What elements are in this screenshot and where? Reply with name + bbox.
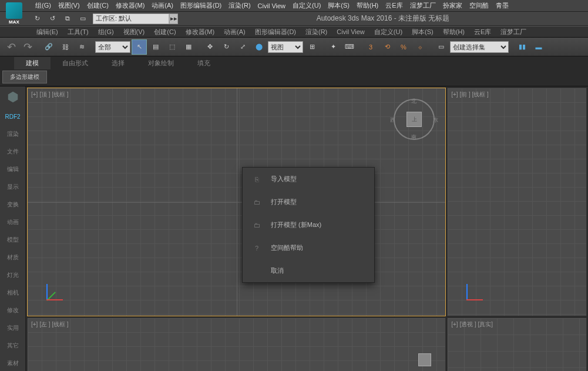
viewport-perspective[interactable]: [+] [透视 ] [真实] [447,317,587,371]
select-object-button[interactable]: ↖ [132,39,147,55]
ctx-open-model-newmax[interactable]: 🗀 打开模型 (新Max) [243,213,374,236]
side-display[interactable]: 显示 [0,178,25,196]
side-transform[interactable]: 变换 [0,196,25,213]
menu2-graph-editor[interactable]: 图形编辑器(D) [250,26,301,38]
workspace-selector[interactable]: 工作区: 默认 [93,14,169,24]
bind-button[interactable]: ≋ [74,39,89,55]
menu2-civil-view[interactable]: Civil View [332,27,369,36]
menu-render[interactable]: 渲染(R) [225,0,254,11]
menu-kongjianku[interactable]: 空间酷 [466,0,492,11]
menu-create[interactable]: 创建(C) [83,0,112,11]
select-by-name-button[interactable]: ▤ [148,39,163,55]
menu-graph-editor[interactable]: 图形编辑器(D) [177,0,225,11]
menu2-render[interactable]: 渲染(R) [301,26,332,38]
ctx-cancel[interactable]: 取消 [243,259,374,282]
manipulate-button[interactable]: ✦ [325,39,341,55]
ribbon-tab-freeform[interactable]: 自由形式 [51,57,100,69]
menu2-customize[interactable]: 自定义(U) [369,26,407,38]
side-model[interactable]: 模型 [0,231,25,249]
menu2-cloud-e[interactable]: 云E库 [469,26,496,38]
menu-civil-view[interactable]: Civil View [254,1,289,11]
menu-help[interactable]: 帮助(H) [353,0,382,11]
coord-system-select[interactable]: 视图 [268,41,303,53]
menu-cloud-e[interactable]: 云E库 [382,0,406,11]
viewport-label-left[interactable]: [+] [左 ] [线框 ] [31,320,69,329]
link-icon[interactable]: ⧉ [60,11,75,26]
undo-button[interactable]: ↶ [4,39,19,55]
ctx-help[interactable]: ? 空间酷帮助 [243,236,374,259]
side-camera[interactable]: 相机 [0,284,25,302]
viewport-label-persp[interactable]: [+] [透视 ] [真实] [451,320,493,329]
side-geometry-icon[interactable] [0,86,25,108]
menu2-view[interactable]: 视图(V) [119,26,150,38]
unlink-button[interactable]: ⛓ [58,39,73,55]
ctx-import-model[interactable]: ⎘ 导入模型 [243,168,374,190]
ribbon-tab-objectpaint[interactable]: 对象绘制 [136,57,186,69]
side-utility[interactable]: 实用 [0,319,25,337]
ribbon-tab-selection[interactable]: 选择 [100,57,136,69]
menu-script[interactable]: 脚本(S) [324,0,353,11]
project-icon[interactable]: ▭ [75,11,90,26]
select-region-button[interactable]: ⬚ [164,39,180,55]
menu2-modifier[interactable]: 修改器(M) [181,26,220,38]
menu2-help[interactable]: 帮助(H) [438,26,469,38]
viewcube-face-icon[interactable] [418,353,431,366]
redo-button[interactable]: ↷ [20,39,35,55]
side-edit[interactable]: 编辑 [0,161,25,178]
align-button[interactable]: ▬ [531,39,546,55]
viewport-top[interactable]: [+] [顶 ] [线框 ] 上 北 南 西 东 [27,88,446,316]
viewcube[interactable]: 上 北 南 西 东 [394,99,435,140]
menu-customize[interactable]: 自定义(U) [289,0,324,11]
ribbon-tab-populate[interactable]: 填充 [186,57,222,69]
menu2-xuanmeng[interactable]: 渲梦工厂 [496,26,531,38]
selection-filter[interactable]: 全部 [95,41,130,53]
side-assets[interactable]: 素材 [0,355,25,371]
side-animation[interactable]: 动画 [0,213,25,231]
viewport-front[interactable]: [+] [前 ] [线框 ] [447,88,587,316]
place-button[interactable]: ⬤ [251,39,267,55]
selection-set-select[interactable]: 创建选择集 [450,41,509,53]
move-button[interactable]: ✥ [202,39,217,55]
menu2-script[interactable]: 脚本(S) [407,26,438,38]
pivot-button[interactable]: ⊞ [304,39,320,55]
menu2-edit[interactable]: 编辑(E) [32,26,63,38]
app-logo[interactable]: MAX [0,0,28,26]
ribbon-tab-modeling[interactable]: 建模 [14,57,51,69]
rotate-button[interactable]: ↻ [219,39,234,55]
menu-view[interactable]: 视图(V) [55,0,83,11]
percent-snap-button[interactable]: % [396,39,411,55]
menu2-animation[interactable]: 动画(A) [219,26,250,38]
angle-snap-button[interactable]: ⟲ [379,39,395,55]
side-file[interactable]: 文件 [0,143,25,161]
side-other[interactable]: 其它 [0,337,25,355]
mirror-button[interactable]: ▮▮ [515,39,530,55]
snap-2d-button[interactable]: 3 [363,39,378,55]
menu-qingmo[interactable]: 青墨 [492,0,512,11]
undo-arrow-icon[interactable]: ↺ [45,11,60,26]
menu-xuanmeng[interactable]: 渲梦工厂 [406,0,439,11]
viewport-left[interactable]: [+] [左 ] [线框 ] [27,317,446,371]
menu2-tools[interactable]: 工具(T) [63,26,93,38]
window-crossing-button[interactable]: ▦ [181,39,196,55]
side-render[interactable]: 渲染 [0,125,25,143]
menu2-group[interactable]: 组(G) [93,26,119,38]
menu-banjiajia[interactable]: 扮家家 [439,0,466,11]
menu-modifier[interactable]: 修改器(M) [112,0,149,11]
workspace-expand-icon[interactable]: ▸▸ [169,14,178,24]
named-selection-edit-button[interactable]: ▭ [434,39,449,55]
redo-arrow-icon[interactable]: ↻ [29,11,45,26]
viewport-label-front[interactable]: [+] [前 ] [线框 ] [451,91,489,99]
scale-button[interactable]: ⤢ [235,39,250,55]
menu-animation[interactable]: 动画(A) [148,0,177,11]
link-button[interactable]: 🔗 [41,39,56,55]
menu2-create[interactable]: 创建(C) [149,26,180,38]
ribbon-panel-polymodel[interactable]: 多边形建模 [2,71,47,83]
spinner-snap-button[interactable]: ⟐ [412,39,428,55]
viewport-label-top[interactable]: [+] [顶 ] [线框 ] [31,91,69,99]
side-rdf2[interactable]: RDF2 [0,108,25,125]
ctx-open-model[interactable]: 🗀 打开模型 [243,190,374,213]
side-material[interactable]: 材质 [0,249,25,266]
keyboard-shortcut-button[interactable]: ⌨ [342,39,357,55]
viewcube-face[interactable]: 上 [406,112,422,127]
viewcube-small[interactable] [416,351,434,369]
